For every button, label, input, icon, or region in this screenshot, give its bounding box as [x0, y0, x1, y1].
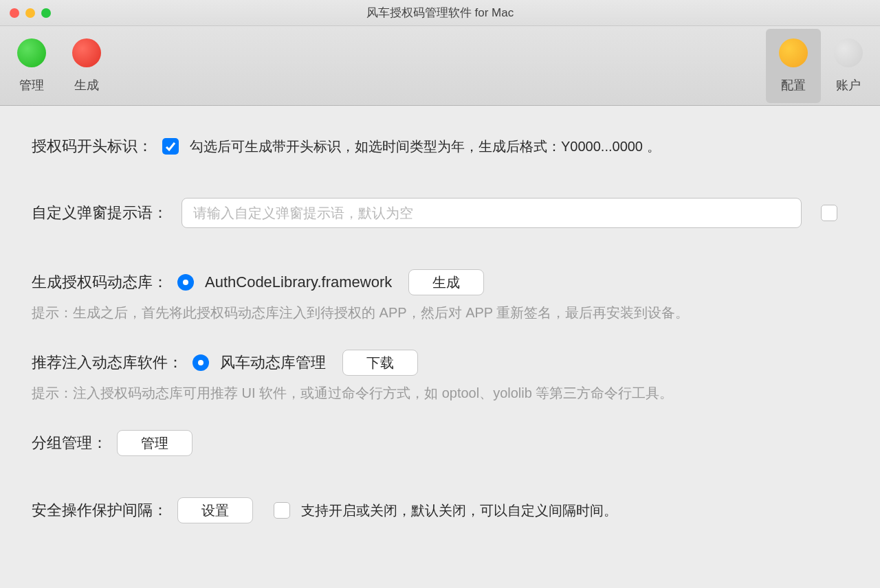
inject-hint: 提示：注入授权码动态库可用推荐 UI 软件，或通过命令行方式，如 optool、… — [32, 384, 848, 403]
prefix-checkbox[interactable] — [162, 138, 179, 155]
label-popup: 自定义弹窗提示语： — [32, 203, 168, 223]
row-group: 分组管理： 管理 — [32, 430, 848, 456]
toolbar-label: 生成 — [74, 77, 99, 93]
label-group: 分组管理： — [32, 433, 107, 453]
label-genlib: 生成授权码动态库： — [32, 272, 168, 293]
toolbar-item-generate[interactable]: 生成 — [59, 29, 114, 103]
circle-icon — [17, 38, 46, 67]
toolbar-right: 配置 账户 — [766, 29, 876, 103]
row-prefix: 授权码开头标识： 勾选后可生成带开头标识，如选时间类型为年，生成后格式：Y000… — [32, 136, 848, 157]
popup-checkbox[interactable] — [821, 205, 837, 221]
toolbar-item-config[interactable]: 配置 — [766, 29, 821, 103]
toolbar-label: 账户 — [836, 77, 861, 93]
circle-icon — [834, 38, 863, 67]
circle-icon — [779, 38, 808, 67]
label-prefix: 授权码开头标识： — [32, 136, 153, 157]
safety-desc: 支持开启或关闭，默认关闭，可以自定义间隔时间。 — [301, 501, 617, 520]
toolbar-label: 配置 — [781, 77, 806, 93]
titlebar: 风车授权码管理软件 for Mac — [0, 0, 880, 26]
toolbar-left: 管理 生成 — [4, 29, 114, 103]
content: 授权码开头标识： 勾选后可生成带开头标识，如选时间类型为年，生成后格式：Y000… — [0, 106, 880, 566]
maximize-icon[interactable] — [41, 8, 51, 18]
row-inject: 推荐注入动态库软件： 风车动态库管理 下载 — [32, 350, 848, 376]
popup-input[interactable] — [182, 198, 802, 228]
genlib-radio[interactable] — [177, 274, 194, 291]
group-manage-button[interactable]: 管理 — [117, 430, 192, 456]
row-genlib: 生成授权码动态库： AuthCodeLibrary.framework 生成 — [32, 269, 848, 295]
row-popup: 自定义弹窗提示语： — [32, 198, 848, 228]
circle-icon — [72, 38, 101, 67]
window-title: 风车授权码管理软件 for Mac — [366, 5, 514, 21]
traffic-lights — [0, 8, 51, 18]
toolbar: 管理 生成 配置 账户 — [0, 26, 880, 106]
inject-name: 风车动态库管理 — [220, 352, 326, 373]
safety-checkbox[interactable] — [274, 502, 290, 519]
label-safety: 安全操作保护间隔： — [32, 500, 168, 521]
toolbar-label: 管理 — [19, 77, 44, 93]
safety-settings-button[interactable]: 设置 — [177, 497, 253, 523]
close-icon[interactable] — [10, 8, 19, 18]
minimize-icon[interactable] — [25, 8, 35, 18]
inject-radio[interactable] — [192, 354, 209, 371]
label-inject: 推荐注入动态库软件： — [32, 352, 183, 373]
download-button[interactable]: 下载 — [342, 350, 418, 376]
toolbar-item-account[interactable]: 账户 — [821, 29, 876, 103]
toolbar-item-manage[interactable]: 管理 — [4, 29, 59, 103]
generate-button[interactable]: 生成 — [408, 269, 484, 295]
prefix-desc: 勾选后可生成带开头标识，如选时间类型为年，生成后格式：Y0000...0000 … — [190, 137, 661, 156]
genlib-name: AuthCodeLibrary.framework — [205, 273, 392, 291]
genlib-hint: 提示：生成之后，首先将此授权码动态库注入到待授权的 APP，然后对 APP 重新… — [32, 304, 848, 322]
row-safety: 安全操作保护间隔： 设置 支持开启或关闭，默认关闭，可以自定义间隔时间。 — [32, 497, 848, 523]
